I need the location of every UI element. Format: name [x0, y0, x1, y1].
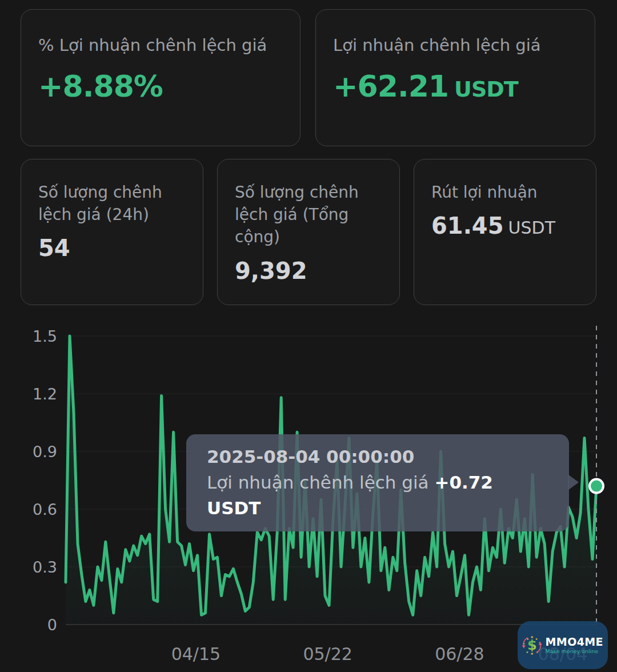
svg-text:1.5: 1.5	[33, 327, 57, 345]
watermark-name: MMO4ME	[546, 635, 603, 648]
card-count-total-label: Số lượng chênh lệch giá (Tổng cộng)	[235, 181, 382, 249]
value-number: +62.21	[333, 69, 448, 103]
stats-row-2: Số lượng chênh lệch giá (24h) 54 Số lượn…	[21, 159, 596, 305]
card-count-total: Số lượng chênh lệch giá (Tổng cộng) 9,39…	[217, 159, 400, 305]
card-count-24h-label: Số lượng chênh lệch giá (24h)	[38, 181, 186, 226]
tooltip-arrow	[568, 474, 579, 490]
tooltip-date: 2025-08-04 00:00:00	[207, 444, 548, 470]
card-count-24h: Số lượng chênh lệch giá (24h) 54	[21, 159, 203, 305]
card-profit-usdt-value: +62.21USDT	[333, 69, 578, 103]
card-withdraw-profit: Rút lợi nhuận 61.45USDT	[414, 159, 596, 305]
svg-text:0.9: 0.9	[33, 443, 57, 461]
value-unit: USDT	[454, 77, 518, 102]
value-unit: USDT	[508, 218, 555, 238]
card-profit-percent: % Lợi nhuận chênh lệch giá +8.88%	[21, 9, 301, 146]
stats-row-1: % Lợi nhuận chênh lệch giá +8.88% Lợi nh…	[21, 9, 596, 146]
svg-text:1.2: 1.2	[33, 385, 57, 403]
svg-text:06/28: 06/28	[435, 644, 484, 664]
card-profit-percent-label: % Lợi nhuận chênh lệch giá	[38, 34, 283, 57]
svg-text:04/15: 04/15	[171, 644, 221, 664]
mmo4me-watermark: ★ ★ ★ ★ ★ ★ ★ ★ $ MMO4ME	[518, 621, 608, 669]
tooltip-series-label: Lợi nhuận chênh lệch giá	[207, 472, 429, 493]
value-number: 61.45	[431, 213, 504, 239]
tooltip-value-line: Lợi nhuận chênh lệch giá +0.72 USDT	[207, 470, 548, 521]
dashboard: % Lợi nhuận chênh lệch giá +8.88% Lợi nh…	[0, 9, 617, 672]
dollar-glyph: $	[527, 637, 537, 653]
highlighted-point-marker	[590, 479, 603, 493]
svg-text:0.3: 0.3	[33, 558, 57, 576]
watermark-tagline: Make money online	[546, 648, 603, 655]
card-profit-percent-value: +8.88%	[38, 69, 283, 103]
profit-line-chart[interactable]: 00.30.60.91.21.504/1505/2206/2808/04 202…	[0, 318, 617, 672]
chart-tooltip: 2025-08-04 00:00:00 Lợi nhuận chênh lệch…	[186, 434, 569, 531]
card-profit-usdt-label: Lợi nhuận chênh lệch giá	[333, 34, 578, 57]
card-count-total-value: 9,392	[235, 258, 382, 284]
mmo4me-logo-icon: ★ ★ ★ ★ ★ ★ ★ ★ $	[520, 626, 544, 664]
card-count-24h-value: 54	[38, 235, 186, 261]
svg-text:0.6: 0.6	[33, 501, 57, 518]
svg-text:05/22: 05/22	[303, 644, 352, 664]
card-withdraw-profit-value: 61.45USDT	[431, 213, 579, 239]
card-withdraw-profit-label: Rút lợi nhuận	[431, 181, 579, 203]
svg-text:0: 0	[47, 616, 57, 634]
card-profit-usdt: Lợi nhuận chênh lệch giá +62.21USDT	[315, 9, 595, 146]
